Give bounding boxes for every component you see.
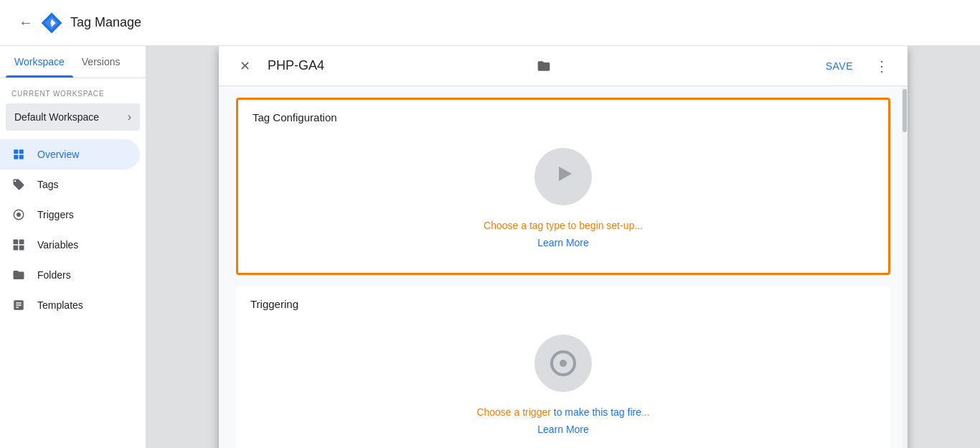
triggering-header: Triggering — [236, 286, 890, 316]
triggers-icon — [11, 208, 26, 221]
svg-marker-13 — [559, 167, 572, 181]
sidebar-nav: Overview Tags Triggers Variables — [0, 139, 146, 320]
folder-button[interactable] — [531, 53, 557, 79]
app-title: Tag Manage — [70, 15, 141, 30]
folders-icon — [11, 269, 26, 281]
content-area: ✕ Save ⋮ Tag Configuration — [146, 46, 980, 448]
triggering-icon-circle — [534, 335, 592, 392]
svg-rect-9 — [14, 240, 19, 245]
tab-versions[interactable]: Versions — [73, 46, 129, 78]
tab-workspace[interactable]: Workspace — [6, 46, 73, 78]
tags-icon — [11, 178, 26, 191]
svg-rect-12 — [19, 246, 24, 251]
dialog-body: Tag Configuration — [219, 86, 908, 448]
svg-rect-5 — [14, 155, 18, 159]
folder-icon — [537, 59, 551, 73]
templates-icon — [11, 299, 26, 312]
sidebar-item-overview[interactable]: Overview — [0, 139, 140, 169]
tag-dialog: ✕ Save ⋮ Tag Configuration — [219, 46, 908, 448]
dialog-backdrop: ✕ Save ⋮ Tag Configuration — [146, 46, 980, 448]
save-button[interactable]: Save — [811, 55, 867, 78]
triggering-body: Choose a trigger to make this tag fire..… — [236, 316, 890, 448]
main-layout: Workspace Versions CURRENT WORKSPACE Def… — [0, 46, 980, 448]
app-logo: Tag Manage — [40, 11, 141, 34]
triggering-prompt-text: Choose a trigger to make this tag fire..… — [476, 406, 649, 418]
workspace-label: CURRENT WORKSPACE — [0, 78, 146, 101]
overview-icon — [11, 148, 26, 161]
sidebar-item-variables[interactable]: Variables — [0, 230, 140, 260]
sidebar-item-label-tags: Tags — [37, 179, 59, 190]
chevron-right-icon: › — [128, 111, 131, 123]
scrollbar-track — [902, 86, 908, 448]
workspace-name: Default Workspace — [14, 111, 99, 123]
more-options-button[interactable]: ⋮ — [867, 52, 896, 80]
svg-rect-4 — [19, 149, 24, 154]
scrollbar-thumb[interactable] — [903, 89, 907, 132]
sidebar-item-templates[interactable]: Templates — [0, 290, 140, 320]
sidebar-item-tags[interactable]: Tags — [0, 169, 140, 200]
tag-config-icon-circle — [534, 148, 592, 205]
triggering-icon-dot — [560, 360, 567, 367]
sidebar-item-triggers[interactable]: Triggers — [0, 200, 140, 230]
triggering-card[interactable]: Triggering Choose a trigger to make this… — [236, 286, 890, 448]
svg-rect-6 — [19, 155, 24, 159]
svg-rect-11 — [14, 246, 19, 251]
svg-rect-3 — [14, 149, 18, 154]
triggering-prompt: Choose a trigger to make this tag fire..… — [476, 406, 649, 418]
variables-icon — [11, 238, 26, 251]
back-icon: ← — [19, 14, 33, 31]
triggering-learn-more[interactable]: Learn More — [537, 424, 589, 435]
tag-config-learn-more[interactable]: Learn More — [537, 237, 589, 248]
svg-rect-10 — [19, 240, 24, 245]
close-icon: ✕ — [240, 58, 250, 74]
sidebar-item-label-folders: Folders — [37, 269, 71, 281]
sidebar-item-label-templates: Templates — [37, 299, 83, 311]
tag-config-icon — [549, 159, 578, 195]
triggering-icon — [550, 350, 576, 376]
sidebar-item-label-variables: Variables — [37, 239, 78, 251]
sidebar-item-label-triggers: Triggers — [37, 209, 74, 220]
more-icon: ⋮ — [875, 57, 889, 75]
dialog-header: ✕ Save ⋮ — [219, 46, 908, 86]
workspace-selector[interactable]: Default Workspace › — [6, 103, 140, 131]
tag-config-card[interactable]: Tag Configuration — [236, 98, 890, 275]
sidebar-tabs: Workspace Versions — [0, 46, 146, 78]
svg-point-8 — [17, 213, 21, 217]
sidebar-item-folders[interactable]: Folders — [0, 260, 140, 290]
tag-name-input[interactable] — [259, 58, 531, 73]
gtm-logo-icon — [40, 11, 63, 34]
back-button[interactable]: ← — [11, 9, 40, 37]
app-bar: ← Tag Manage — [0, 0, 980, 46]
close-button[interactable]: ✕ — [230, 52, 259, 80]
tag-config-prompt: Choose a tag type to begin set-up... — [484, 220, 643, 231]
tag-config-header: Tag Configuration — [238, 100, 888, 129]
tag-config-prompt-text: Choose a tag type to begin set-up... — [484, 220, 643, 231]
tag-config-body: Choose a tag type to begin set-up... Lea… — [238, 129, 888, 273]
sidebar-item-label-overview: Overview — [37, 149, 79, 160]
sidebar: Workspace Versions CURRENT WORKSPACE Def… — [0, 46, 146, 448]
